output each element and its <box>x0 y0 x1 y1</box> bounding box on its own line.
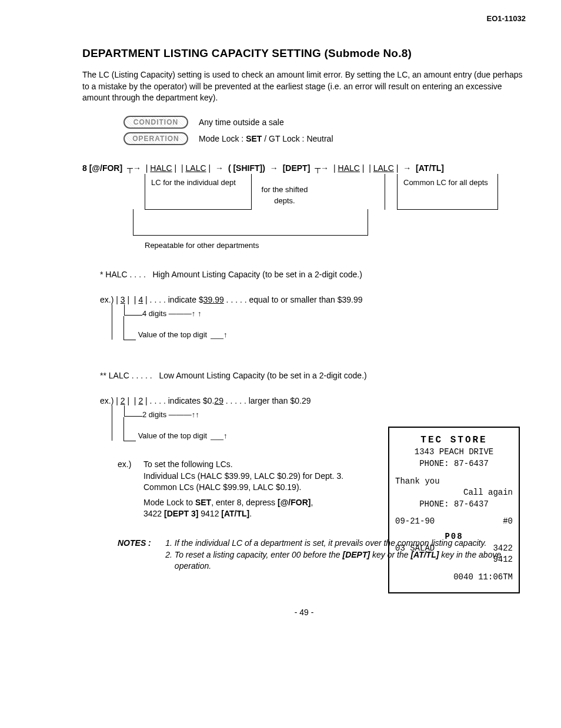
halc-label: * HALC . . . . <box>100 270 146 279</box>
ex-pre: ex.) | <box>100 295 121 304</box>
receipt-trans: 0040 <box>453 572 473 582</box>
op-bold: SET <box>246 134 262 143</box>
flow-box-individual: LC for the individual dept <box>145 174 252 209</box>
n2b: [DEPT] <box>342 550 370 559</box>
lalc-post: . . . . . larger than $0.29 <box>223 396 311 405</box>
lalc-ex-pre: ex.) | <box>100 396 121 405</box>
receipt-addr: 1343 PEACH DRIVE <box>395 447 513 458</box>
operation-text: Mode Lock : SET / GT Lock : Neutral <box>199 134 333 143</box>
halc-annot2: Value of the top digit <box>138 330 209 340</box>
ex-l5b: [DEPT 3] <box>164 509 198 518</box>
lalc-annot2: Value of the top digit <box>138 431 209 441</box>
ex-l4e: , <box>310 498 313 507</box>
flow-repeat-label: Repeatable for other departments <box>145 240 526 251</box>
ex-l3: Common LCs (HALC $99.99, LALC $0.19). <box>143 482 343 494</box>
ex-l4c: , enter 8, depress <box>211 498 278 507</box>
receipt-store: TEC STORE <box>395 434 513 447</box>
halc-post: . . . . . equal to or smaller than $39.9… <box>224 295 363 304</box>
halc-d1: 3 <box>121 295 125 304</box>
page-number: - 49 - <box>82 608 526 617</box>
ex-l5e: . <box>249 509 252 518</box>
arrow-icon: ┬→ <box>127 163 143 173</box>
receipt-thank: Thank you <box>395 476 513 488</box>
op-post: / GT Lock : Neutral <box>262 134 333 143</box>
receipt-time: 11:06TM <box>478 572 513 582</box>
receipt-phone2: PHONE: 87-6437 <box>395 499 513 511</box>
lalc-example: ex.) | 2 | | 2 | . . . . indicates $0.29… <box>100 396 526 405</box>
ex-l5d: [AT/TL] <box>221 509 249 518</box>
doc-id: EO1-11032 <box>487 14 526 23</box>
flow-start: 8 [@/FOR] <box>82 163 122 173</box>
ex-l1: To set the following LCs. <box>143 459 343 471</box>
n2a: To reset a listing capacity, enter 00 be… <box>175 550 343 559</box>
flow-box-common: Common LC for all depts <box>397 174 498 209</box>
lalc-2: LALC <box>373 163 394 173</box>
receipt-reg: #0 <box>503 516 513 528</box>
lalc-1: LALC <box>186 163 206 173</box>
lalc-ind: | . . . . indicates $0. <box>143 396 214 405</box>
halc-1: HALC <box>150 163 172 173</box>
arrow-icon: ┬→ <box>315 163 331 173</box>
ex-l4a: Mode Lock to <box>143 498 195 507</box>
receipt-item: SALAD <box>410 544 435 553</box>
flow-shift: ( [SHIFT]) <box>228 163 265 173</box>
receipt-mode: P08 <box>395 531 513 543</box>
receipt-v1: 3422 <box>493 543 513 555</box>
arrow-icon: → <box>215 163 226 173</box>
condition-pill: CONDITION <box>123 116 188 129</box>
halc-text: High Amount Listing Capacity (to be set … <box>152 270 362 279</box>
ex-l5a: 3422 <box>143 509 164 518</box>
flow-end: [AT/TL] <box>416 163 444 173</box>
halc-definition: * HALC . . . . High Amount Listing Capac… <box>100 269 526 281</box>
receipt-itemno: 03 <box>395 544 405 553</box>
ex-l4d: [@/FOR] <box>278 498 310 507</box>
halc-example: ex.) | 3 | | 4 | . . . . indicate $39.99… <box>100 295 526 304</box>
page-title: DEPARTMENT LISTING CAPACITY SETTING (Sub… <box>82 47 526 60</box>
halc-val: 39.99 <box>203 295 224 304</box>
receipt-v2: 9412 <box>395 554 513 566</box>
receipt-date: 09-21-90 <box>395 516 435 528</box>
lalc-text: Low Amount Listing Capacity (to be set i… <box>159 371 366 380</box>
lalc-d1: 2 <box>121 396 125 405</box>
flow-dept: [DEPT] <box>283 163 310 173</box>
condition-text: Any time outside a sale <box>199 118 284 127</box>
operation-pill: OPERATION <box>123 132 188 145</box>
flow-diagram: 8 [@/FOR] ┬→ | HALC | | LALC | → ( [SHIF… <box>82 163 526 251</box>
lalc-definition: ** LALC . . . . . Low Amount Listing Cap… <box>100 370 526 382</box>
op-pre: Mode Lock : <box>199 134 246 143</box>
ex-l5c: 9412 <box>198 509 221 518</box>
lalc-label: ** LALC . . . . . <box>100 371 152 380</box>
halc-ind: | . . . . indicate $ <box>143 295 203 304</box>
receipt-phone1: PHONE: 87-6437 <box>395 458 513 470</box>
notes-label: NOTES : <box>118 538 163 572</box>
halc-2: HALC <box>338 163 360 173</box>
ex-lead: ex.) <box>118 459 143 520</box>
ex-l4b: SET <box>195 498 211 507</box>
arrow-icon: → <box>270 163 280 173</box>
receipt-sample: TEC STORE 1343 PEACH DRIVE PHONE: 87-643… <box>388 427 520 593</box>
flow-box-shift: for the shifted depts. <box>252 174 318 209</box>
halc-annot: 4 digits ———↑ ↑ Value of the top digit _… <box>112 304 526 340</box>
arrow-icon: → <box>403 163 413 173</box>
lalc-val: 29 <box>214 396 223 405</box>
receipt-call: Call again <box>395 487 513 499</box>
ex-l2: Individual LCs (HALC $39.99, LALC $0.29)… <box>143 471 343 482</box>
intro-text: The LC (Listing Capacity) setting is use… <box>82 69 526 104</box>
